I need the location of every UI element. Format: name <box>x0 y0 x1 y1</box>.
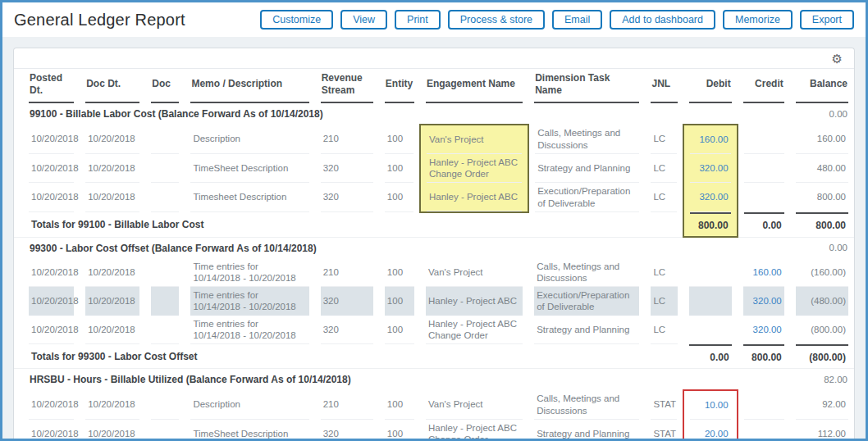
email-button[interactable]: Email <box>552 10 602 30</box>
section-header-row: 99300 - Labor Cost Offset (Balance Forwa… <box>14 237 854 258</box>
cell-task: Execution/Preparation of Deliverable <box>528 183 645 212</box>
cell-balance: (480.00) <box>790 287 854 316</box>
cell-jnl: LC <box>645 154 683 183</box>
cell-memo: TimeSheet Description <box>185 154 314 183</box>
cell-memo: Time entries for 10/14/2018 - 10/20/2018 <box>185 258 314 287</box>
cell-posted-dt: 10/20/2018 <box>14 258 80 287</box>
cell-credit: 320.00 <box>738 316 790 344</box>
cell-memo: Time entries for 10/14/2018 - 10/20/2018 <box>185 316 314 344</box>
cell-total-debit: 0.00 <box>683 344 738 369</box>
cell-revenue-stream: 320 <box>315 154 379 183</box>
totals-row: Totals for 99300 - Labor Cost Offset 0.0… <box>14 344 854 369</box>
cell-doc <box>145 154 185 183</box>
section-header-row: 99100 - Billable Labor Cost (Balance For… <box>14 103 854 125</box>
table-row-selected: 10/20/2018 10/20/2018 Time entries for 1… <box>14 287 854 316</box>
cell-total-balance: (800.00) <box>790 344 854 369</box>
cell-revenue-stream: 320 <box>315 420 379 439</box>
cell-doc <box>145 183 185 212</box>
cell-task: Strategy and Planning <box>528 420 645 439</box>
cell-balance: (800.00) <box>790 316 854 344</box>
cell-credit <box>738 125 790 154</box>
cell-total-credit: 800.00 <box>738 344 790 369</box>
cell-posted-dt: 10/20/2018 <box>14 316 80 344</box>
cell-debit-highlighted: 320.00 <box>683 154 738 183</box>
cell-engagement-highlighted: Van's Project <box>420 125 528 154</box>
cell-entity: 100 <box>379 420 420 439</box>
cell-jnl: LC <box>645 183 683 212</box>
gear-icon[interactable]: ⚙ <box>832 52 843 66</box>
cell-memo: Timesheet Description <box>185 183 314 212</box>
cell-doc-dt: 10/20/2018 <box>80 125 145 154</box>
cell-jnl: LC <box>645 287 683 316</box>
add-to-dashboard-button[interactable]: Add to dashboard <box>610 10 715 30</box>
cell-task: Calls, Meetings and Discussions <box>528 390 645 420</box>
cell-jnl: STAT <box>645 420 683 439</box>
table-settings-row: ⚙ <box>14 48 854 69</box>
col-engagement-name: Engagement Name <box>420 69 528 103</box>
cell-total-balance: 800.00 <box>790 212 854 237</box>
cell-jnl: LC <box>645 258 683 287</box>
cell-task: Calls, Meetings and Discussions <box>528 258 645 287</box>
cell-memo: TimeSheet Description <box>185 420 314 439</box>
cell-debit-annotated: 20.00 <box>683 420 738 439</box>
cell-posted-dt: 10/20/2018 <box>14 154 80 183</box>
col-doc: Doc <box>145 69 185 103</box>
cell-doc-dt: 10/20/2018 <box>80 287 145 316</box>
cell-credit <box>738 390 790 420</box>
cell-credit <box>738 154 790 183</box>
cell-revenue-stream: 210 <box>315 258 379 287</box>
general-ledger-report-page: General Ledger Report Customize View Pri… <box>0 0 868 441</box>
cell-doc-dt: 10/20/2018 <box>80 420 145 439</box>
cell-engagement-highlighted: Hanley - Project ABC <box>420 183 528 212</box>
cell-entity: 100 <box>379 316 420 344</box>
totals-label: Totals for 99300 - Labor Cost Offset <box>29 345 678 367</box>
cell-credit <box>738 420 790 439</box>
view-button[interactable]: View <box>340 10 387 30</box>
cell-posted-dt: 10/20/2018 <box>14 390 80 420</box>
cell-debit <box>683 287 738 316</box>
print-button[interactable]: Print <box>395 10 441 30</box>
cell-task: Strategy and Planning <box>528 154 645 183</box>
cell-credit <box>738 183 790 212</box>
table-row: 10/20/2018 10/20/2018 Time entries for 1… <box>14 258 854 287</box>
customize-button[interactable]: Customize <box>260 10 333 30</box>
cell-posted-dt: 10/20/2018 <box>14 420 80 439</box>
cell-balance: 112.00 <box>790 420 854 439</box>
cell-jnl: STAT <box>645 390 683 420</box>
cell-credit: 320.00 <box>738 287 790 316</box>
cell-memo: Description <box>185 125 314 154</box>
col-entity: Entity <box>379 69 420 103</box>
cell-engagement: Hanley - Project ABC Change Order <box>420 420 528 439</box>
balance-forward-value: 0.00 <box>796 104 848 125</box>
cell-jnl: LC <box>645 125 683 154</box>
table-row: 10/20/2018 10/20/2018 Description 210 10… <box>14 390 854 420</box>
cell-doc <box>145 125 185 154</box>
memorize-button[interactable]: Memorize <box>723 10 793 30</box>
process-store-button[interactable]: Process & store <box>448 10 545 30</box>
cell-engagement-highlighted: Hanley - Project ABC Change Order <box>420 154 528 183</box>
balance-forward-value: 0.00 <box>796 238 848 258</box>
cell-posted-dt: 10/20/2018 <box>14 183 80 212</box>
col-memo: Memo / Description <box>185 69 314 103</box>
report-card: ⚙ Posted Dt. Doc Dt. Doc Memo / Descript… <box>13 48 855 439</box>
cell-debit-highlighted: 160.00 <box>683 125 738 154</box>
col-posted-dt: Posted Dt. <box>14 69 80 103</box>
cell-debit <box>683 316 738 344</box>
cell-doc <box>145 390 185 420</box>
cell-entity: 100 <box>379 258 420 287</box>
cell-doc <box>145 287 185 316</box>
cell-debit <box>683 258 738 287</box>
cell-entity: 100 <box>379 390 420 420</box>
export-button[interactable]: Export <box>800 10 854 30</box>
col-debit: Debit <box>683 69 738 103</box>
cell-doc <box>145 258 185 287</box>
toolbar: Customize View Print Process & store Ema… <box>260 10 854 30</box>
cell-engagement: Van's Project <box>420 258 528 287</box>
cell-revenue-stream: 320 <box>315 316 379 344</box>
cell-doc <box>145 420 185 439</box>
cell-entity: 100 <box>379 154 420 183</box>
ledger-table: Posted Dt. Doc Dt. Doc Memo / Descriptio… <box>14 69 854 439</box>
cell-posted-dt: 10/20/2018 <box>14 125 80 154</box>
report-content-area: ⚙ Posted Dt. Doc Dt. Doc Memo / Descript… <box>2 37 866 439</box>
balance-forward-value: 82.00 <box>796 370 848 390</box>
